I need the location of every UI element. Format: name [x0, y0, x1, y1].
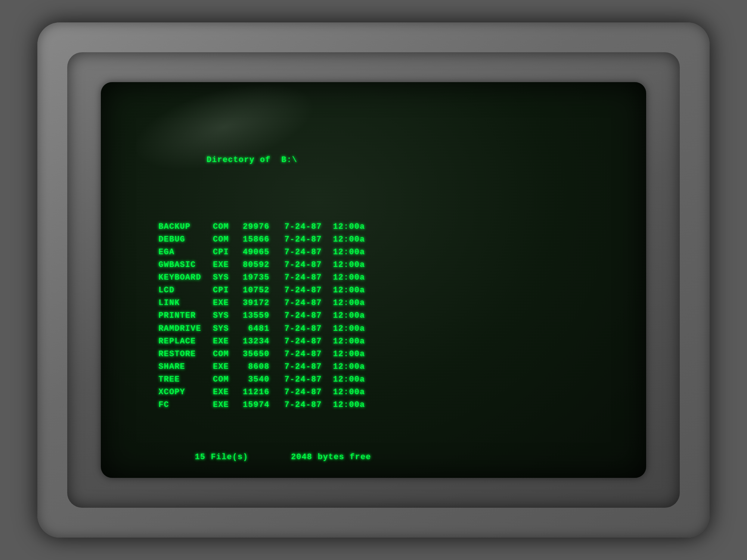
- table-row: XCOPYEXE112167-24-8712:00a: [153, 386, 365, 399]
- file-time: 12:00a: [326, 259, 365, 271]
- file-size: 13559: [243, 309, 277, 322]
- crt-screen: Directory of B:\ BACKUPCOM299767-24-8712…: [101, 82, 646, 478]
- table-row: TREECOM 35407-24-8712:00a: [153, 373, 365, 386]
- file-name: GWBASIC: [153, 259, 213, 271]
- file-name: EGA: [153, 246, 213, 259]
- file-ext: EXE: [213, 297, 243, 309]
- file-name: RAMDRIVE: [153, 323, 213, 335]
- table-row: DEBUGCOM158667-24-8712:00a: [153, 233, 365, 246]
- file-ext: CPI: [213, 246, 243, 259]
- file-size: 39172: [243, 297, 277, 309]
- file-size: 15974: [243, 399, 277, 411]
- table-row: SHAREEXE 86087-24-8712:00a: [153, 361, 365, 373]
- file-ext: SYS: [213, 271, 243, 284]
- file-size: 80592: [243, 259, 277, 271]
- file-date: 7-24-87: [277, 386, 326, 399]
- file-ext: COM: [213, 233, 243, 246]
- directory-of-label: Directory of B:\: [207, 155, 297, 165]
- file-size: 13234: [243, 335, 277, 348]
- file-time: 12:00a: [326, 271, 365, 284]
- file-name: SHARE: [153, 361, 213, 373]
- file-date: 7-24-87: [277, 361, 326, 373]
- file-name: BACKUP: [153, 221, 213, 233]
- file-listing: BACKUPCOM299767-24-8712:00a DEBUGCOM1586…: [153, 221, 365, 411]
- file-ext: COM: [213, 348, 243, 361]
- terminal-output: Directory of B:\ BACKUPCOM299767-24-8712…: [101, 82, 646, 478]
- table-row: FCEXE159747-24-8712:00a: [153, 399, 365, 411]
- file-date: 7-24-87: [277, 259, 326, 271]
- file-ext: COM: [213, 373, 243, 386]
- table-row: RAMDRIVESYS 64817-24-8712:00a: [153, 323, 365, 335]
- file-date: 7-24-87: [277, 233, 326, 246]
- file-name: RESTORE: [153, 348, 213, 361]
- file-size: 49065: [243, 246, 277, 259]
- file-size: 3540: [243, 373, 277, 386]
- file-time: 12:00a: [326, 221, 365, 233]
- table-row: PRINTERSYS135597-24-8712:00a: [153, 309, 365, 322]
- file-size: 15866: [243, 233, 277, 246]
- file-ext: EXE: [213, 335, 243, 348]
- file-name: FC: [153, 399, 213, 411]
- file-name: XCOPY: [153, 386, 213, 399]
- table-row: RESTORECOM356507-24-8712:00a: [153, 348, 365, 361]
- file-time: 12:00a: [326, 297, 365, 309]
- file-date: 7-24-87: [277, 323, 326, 335]
- file-time: 12:00a: [326, 335, 365, 348]
- file-ext: SYS: [213, 323, 243, 335]
- file-name: LCD: [153, 284, 213, 297]
- file-size: 8608: [243, 361, 277, 373]
- file-date: 7-24-87: [277, 399, 326, 411]
- file-size: 35650: [243, 348, 277, 361]
- file-date: 7-24-87: [277, 373, 326, 386]
- table-row: LINKEXE391727-24-8712:00a: [153, 297, 365, 309]
- file-time: 12:00a: [326, 233, 365, 246]
- file-time: 12:00a: [326, 323, 365, 335]
- file-name: KEYBOARD: [153, 271, 213, 284]
- file-size: 11216: [243, 386, 277, 399]
- table-row: BACKUPCOM299767-24-8712:00a: [153, 221, 365, 233]
- file-ext: COM: [213, 221, 243, 233]
- file-size: 6481: [243, 323, 277, 335]
- file-time: 12:00a: [326, 386, 365, 399]
- file-date: 7-24-87: [277, 309, 326, 322]
- table-row: REPLACEEXE132347-24-8712:00a: [153, 335, 365, 348]
- table-row: KEYBOARDSYS197357-24-8712:00a: [153, 271, 365, 284]
- file-time: 12:00a: [326, 246, 365, 259]
- file-ext: EXE: [213, 399, 243, 411]
- file-name: LINK: [153, 297, 213, 309]
- file-time: 12:00a: [326, 348, 365, 361]
- file-ext: SYS: [213, 309, 243, 322]
- file-date: 7-24-87: [277, 335, 326, 348]
- file-ext: EXE: [213, 361, 243, 373]
- table-row: LCDCPI107527-24-8712:00a: [153, 284, 365, 297]
- file-name: PRINTER: [153, 309, 213, 322]
- file-time: 12:00a: [326, 399, 365, 411]
- table-row: GWBASICEXE805927-24-8712:00a: [153, 259, 365, 271]
- file-date: 7-24-87: [277, 221, 326, 233]
- file-size: 29976: [243, 221, 277, 233]
- table-row: EGACPI490657-24-8712:00a: [153, 246, 365, 259]
- file-ext: CPI: [213, 284, 243, 297]
- file-name: REPLACE: [153, 335, 213, 348]
- monitor: Directory of B:\ BACKUPCOM299767-24-8712…: [37, 22, 710, 538]
- file-time: 12:00a: [326, 373, 365, 386]
- file-date: 7-24-87: [277, 271, 326, 284]
- file-date: 7-24-87: [277, 297, 326, 309]
- file-date: 7-24-87: [277, 246, 326, 259]
- file-ext: EXE: [213, 386, 243, 399]
- monitor-bezel: Directory of B:\ BACKUPCOM299767-24-8712…: [67, 52, 680, 508]
- file-size: 10752: [243, 284, 277, 297]
- file-time: 12:00a: [326, 361, 365, 373]
- file-time: 12:00a: [326, 309, 365, 322]
- file-ext: EXE: [213, 259, 243, 271]
- file-date: 7-24-87: [277, 284, 326, 297]
- directory-header: Directory of B:\: [153, 141, 601, 179]
- file-date: 7-24-87: [277, 348, 326, 361]
- file-size: 19735: [243, 271, 277, 284]
- file-summary: 15 File(s) 2048 bytes free: [153, 451, 601, 464]
- file-name: DEBUG: [153, 233, 213, 246]
- file-time: 12:00a: [326, 284, 365, 297]
- file-name: TREE: [153, 373, 213, 386]
